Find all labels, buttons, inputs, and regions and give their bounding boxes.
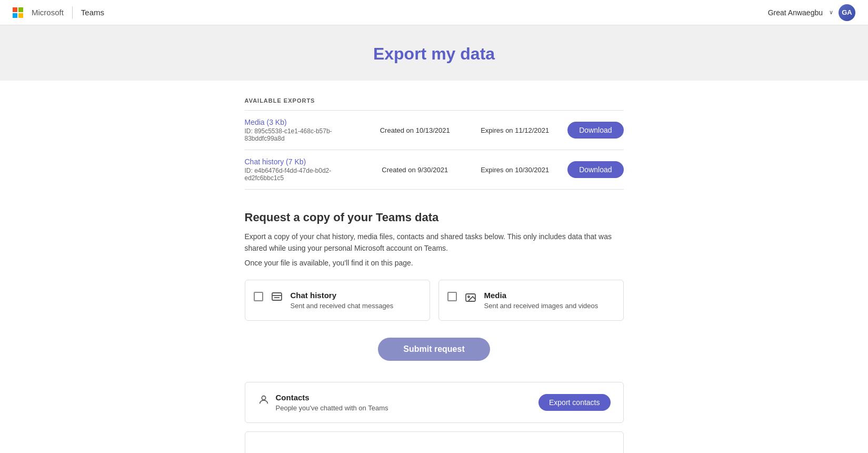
export-name-media[interactable]: Media (3 Kb) <box>245 118 368 126</box>
export-option-cards: Chat history Sent and received chat mess… <box>245 280 624 321</box>
contacts-info: Contacts People you've chatted with on T… <box>276 393 388 412</box>
chat-history-text: Chat history Sent and received chat mess… <box>291 291 419 310</box>
media-card[interactable]: Media Sent and received images and video… <box>438 280 624 321</box>
contacts-left: Contacts People you've chatted with on T… <box>258 393 388 412</box>
available-exports-section: AVAILABLE EXPORTS Media (3 Kb) ID: 895c5… <box>245 97 624 190</box>
submit-wrap: Submit request <box>245 338 624 361</box>
extra-section <box>245 431 624 453</box>
header-right[interactable]: Great Anwaegbu ∨ GA <box>768 4 855 21</box>
section-label-exports: AVAILABLE EXPORTS <box>245 97 624 104</box>
contacts-desc: People you've chatted with on Teams <box>276 404 388 412</box>
export-row: Chat history (7 Kb) ID: e4b6476d-f4dd-47… <box>245 150 624 190</box>
contacts-title: Contacts <box>276 393 388 402</box>
media-title: Media <box>484 291 613 300</box>
chat-history-icon <box>271 291 283 307</box>
chat-history-desc: Sent and received chat messages <box>291 302 419 310</box>
export-created-media: Created on 10/13/2021 <box>367 126 462 134</box>
export-created-chat: Created on 9/30/2021 <box>367 166 462 174</box>
submit-request-button[interactable]: Submit request <box>378 338 490 361</box>
export-info-media: Media (3 Kb) ID: 895c5538-c1e1-468c-b57b… <box>245 118 368 142</box>
chat-history-card[interactable]: Chat history Sent and received chat mess… <box>245 280 430 321</box>
export-row: Media (3 Kb) ID: 895c5538-c1e1-468c-b57b… <box>245 110 624 150</box>
export-id-media: ID: 895c5538-c1e1-468c-b57b-83bddfc99a8d <box>245 127 368 142</box>
header: Microsoft Teams Great Anwaegbu ∨ GA <box>0 0 868 25</box>
export-expires-chat: Expires on 10/30/2021 <box>462 166 567 174</box>
export-name-chat[interactable]: Chat history (7 Kb) <box>245 157 368 166</box>
export-info-chat: Chat history (7 Kb) ID: e4b6476d-f4dd-47… <box>245 157 368 182</box>
download-button-media[interactable]: Download <box>567 122 623 139</box>
microsoft-logo <box>13 7 23 18</box>
export-expires-media: Expires on 11/12/2021 <box>462 126 567 134</box>
brand-label: Microsoft <box>32 8 64 17</box>
svg-rect-0 <box>272 293 282 300</box>
request-title: Request a copy of your Teams data <box>245 211 624 224</box>
export-contacts-button[interactable]: Export contacts <box>538 394 611 411</box>
chevron-down-icon: ∨ <box>829 9 833 16</box>
download-button-chat[interactable]: Download <box>567 161 623 178</box>
export-id-chat: ID: e4b6476d-f4dd-47de-b0d2-ed2fc6bbc1c5 <box>245 167 368 182</box>
media-checkbox[interactable] <box>447 292 457 301</box>
header-divider <box>72 6 73 19</box>
contacts-section: Contacts People you've chatted with on T… <box>245 382 624 423</box>
app-name-label: Teams <box>81 8 104 17</box>
chat-history-title: Chat history <box>291 291 419 300</box>
svg-point-4 <box>468 296 470 298</box>
main-content: AVAILABLE EXPORTS Media (3 Kb) ID: 895c5… <box>234 81 634 453</box>
header-left: Microsoft Teams <box>13 6 104 19</box>
media-desc: Sent and received images and videos <box>484 302 613 310</box>
request-note: Once your file is available, you'll find… <box>245 259 624 267</box>
avatar[interactable]: GA <box>839 4 855 21</box>
user-name-label: Great Anwaegbu <box>768 8 823 17</box>
media-text: Media Sent and received images and video… <box>484 291 613 310</box>
chat-history-checkbox[interactable] <box>254 292 263 301</box>
media-icon <box>464 291 477 307</box>
svg-point-5 <box>262 396 265 399</box>
person-icon <box>258 394 270 408</box>
page-title: Export my data <box>0 44 868 64</box>
request-section: Request a copy of your Teams data Export… <box>245 211 624 361</box>
hero-section: Export my data <box>0 25 868 81</box>
request-description: Export a copy of your chat history, medi… <box>245 231 624 254</box>
